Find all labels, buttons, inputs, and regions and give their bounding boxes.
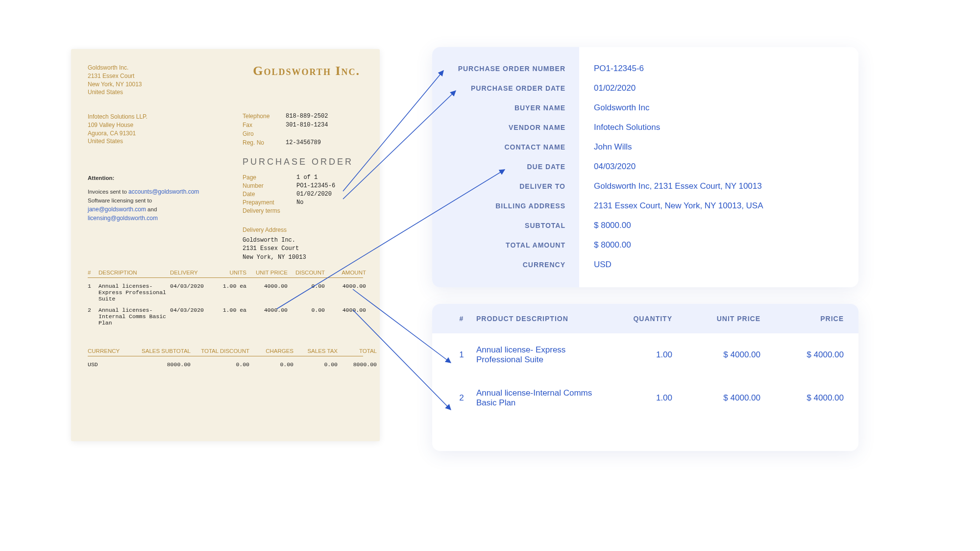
delivery-l2: 2131 Essex Court xyxy=(243,245,306,253)
item-amt: 4000.00 xyxy=(328,283,366,289)
buyer-address-block: Goldsworth Inc. 2131 Essex Court New Yor… xyxy=(88,64,142,97)
totals-header: CURRENCY SALES SUBTOTAL TOTAL DISCOUNT C… xyxy=(88,348,363,356)
val-buyer: Goldsworth Inc xyxy=(594,98,844,118)
extracted-values-column: PO1-12345-6 01/02/2020 Goldsworth Inc In… xyxy=(579,47,858,287)
purchase-order-document: Goldsworth Inc. Goldsworth Inc. 2131 Ess… xyxy=(71,49,380,441)
lbl-billing: BILLING ADDRESS xyxy=(446,196,565,216)
totals-row: USD 8000.00 0.00 0.00 0.00 8000.00 xyxy=(88,361,363,368)
tcol-tax: SALES TAX xyxy=(294,348,338,354)
delivery-address-block: Delivery Address Goldsworth Inc. 2131 Es… xyxy=(243,226,306,262)
lbl-buyer: BUYER NAME xyxy=(446,98,565,118)
lcol-num: # xyxy=(447,315,476,323)
delivery-l1: Goldsworth Inc. xyxy=(243,236,306,245)
tel-label: Telephone xyxy=(243,113,286,120)
item-units: 1.00 ea xyxy=(217,307,246,313)
col-units: UNITS xyxy=(217,270,246,276)
val-po-number: PO1-12345-6 xyxy=(594,59,844,78)
buyer-name: Goldsworth Inc. xyxy=(88,64,142,72)
item-disc: 0.00 xyxy=(291,283,325,289)
attn-l3b: and xyxy=(146,206,157,212)
val-po-date: 01/02/2020 xyxy=(594,78,844,98)
ln-qty: 1.00 xyxy=(599,393,672,403)
tcol-cur: CURRENCY xyxy=(88,348,132,354)
lbl-subtotal: SUBTOTAL xyxy=(446,216,565,235)
attn-l1b: accounts@goldsworth.com xyxy=(128,188,199,195)
item-units: 1.00 ea xyxy=(217,283,246,289)
lbl-due: DUE DATE xyxy=(446,157,565,176)
contact-block: Telephone818-889-2502 Fax301-810-1234 Gi… xyxy=(243,113,328,148)
tcol-tot: TOTAL xyxy=(338,348,377,354)
ln-qty: 1.00 xyxy=(599,350,672,360)
date-label: Date xyxy=(243,191,296,198)
buyer-addr1: 2131 Essex Court xyxy=(88,72,142,80)
val-total: $ 8000.00 xyxy=(594,235,844,255)
extracted-fields-card: PURCHASE ORDER NUMBER PURCHASE ORDER DAT… xyxy=(432,47,858,287)
tel-value: 818-889-2502 xyxy=(286,113,328,120)
po-heading: PURCHASE ORDER xyxy=(243,157,353,167)
item-n: 1 xyxy=(88,283,96,289)
attn-l4: licensing@goldsworth.com xyxy=(88,214,199,223)
extracted-labels-column: PURCHASE ORDER NUMBER PURCHASE ORDER DAT… xyxy=(432,47,579,287)
extracted-lines-header: # PRODUCT DESCRIPTION QUANTITY UNIT PRIC… xyxy=(432,304,858,333)
extracted-lines-card: # PRODUCT DESCRIPTION QUANTITY UNIT PRIC… xyxy=(432,304,858,451)
item-uprice: 4000.00 xyxy=(249,283,288,289)
val-due: 04/03/2020 xyxy=(594,157,844,176)
attn-l2: Software licensing sent to xyxy=(88,197,199,205)
val-deliver-to: Goldsworth Inc, 2131 Essex Court, NY 100… xyxy=(594,176,844,196)
lbl-po-date: PURCHASE ORDER DATE xyxy=(446,78,565,98)
line-items-header: # DESCRIPTION DELIVERY UNITS UNIT PRICE … xyxy=(88,270,363,278)
attn-l3a: jane@goldsworth.com xyxy=(88,206,146,213)
val-billing: 2131 Essex Court, New York, NY 10013, US… xyxy=(594,196,844,216)
giro-label: Giro xyxy=(243,130,286,137)
page-label: Page xyxy=(243,174,296,181)
page-value: 1 of 1 xyxy=(296,174,318,181)
item-deliv: 04/03/2020 xyxy=(170,307,214,313)
ln-desc: Annual license- Express Professional Sui… xyxy=(476,345,599,365)
attention-block: Attention: Invoices sent to accounts@gol… xyxy=(88,174,199,223)
tval-tot: 8000.00 xyxy=(338,361,377,368)
item-uprice: 4000.00 xyxy=(249,307,288,313)
tval-tax: 0.00 xyxy=(294,361,338,368)
date-value: 01/02/2020 xyxy=(296,191,332,198)
col-amt: AMOUNT xyxy=(328,270,366,276)
tval-cur: USD xyxy=(88,361,132,368)
delivery-l3: New York, NY 10013 xyxy=(243,253,306,262)
item-desc: Annual licenses- Express Professional Su… xyxy=(98,283,167,302)
val-currency: USD xyxy=(594,255,844,275)
prepay-label: Prepayment xyxy=(243,199,296,206)
vendor-addr1: 109 Valley House xyxy=(88,121,147,129)
po-meta-block: Page1 of 1 NumberPO1-12345-6 Date01/02/2… xyxy=(243,174,335,216)
item-amt: 4000.00 xyxy=(328,307,366,313)
ln-n: 1 xyxy=(447,350,476,360)
totals-block: CURRENCY SALES SUBTOTAL TOTAL DISCOUNT C… xyxy=(88,338,363,368)
lcol-desc: PRODUCT DESCRIPTION xyxy=(476,315,599,323)
line-item-row: 1 Annual licenses- Express Professional … xyxy=(88,283,363,302)
col-disc: DISCOUNT xyxy=(291,270,325,276)
line-item-row: 2 Annual licenses- Internal Comms Basic … xyxy=(88,307,363,326)
ln-uprice: $ 4000.00 xyxy=(672,393,760,403)
col-deliv: DELIVERY xyxy=(170,270,214,276)
col-uprice: UNIT PRICE xyxy=(249,270,288,276)
company-title: Goldsworth Inc. xyxy=(253,64,360,78)
lbl-currency: CURRENCY xyxy=(446,255,565,275)
ln-uprice: $ 4000.00 xyxy=(672,350,760,360)
line-items-table: # DESCRIPTION DELIVERY UNITS UNIT PRICE … xyxy=(88,270,363,326)
col-num: # xyxy=(88,270,96,276)
delivery-header: Delivery Address xyxy=(243,226,306,233)
number-value: PO1-12345-6 xyxy=(296,182,335,189)
extracted-line-row: 1 Annual license- Express Professional S… xyxy=(432,333,858,376)
vendor-address-block: Infotech Solutions LLP. 109 Valley House… xyxy=(88,113,147,146)
tcol-sub: SALES SUBTOTAL xyxy=(132,348,191,354)
vendor-name: Infotech Solutions LLP. xyxy=(88,113,147,121)
item-disc: 0.00 xyxy=(291,307,325,313)
ln-n: 2 xyxy=(447,393,476,403)
reg-label: Reg. No xyxy=(243,139,286,146)
tval-sub: 8000.00 xyxy=(132,361,191,368)
number-label: Number xyxy=(243,182,296,189)
item-desc: Annual licenses- Internal Comms Basic Pl… xyxy=(98,307,167,326)
ln-price: $ 4000.00 xyxy=(760,350,844,360)
tval-chg: 0.00 xyxy=(249,361,294,368)
fax-label: Fax xyxy=(243,122,286,128)
lcol-qty: QUANTITY xyxy=(599,315,672,323)
lcol-price: PRICE xyxy=(760,315,844,323)
